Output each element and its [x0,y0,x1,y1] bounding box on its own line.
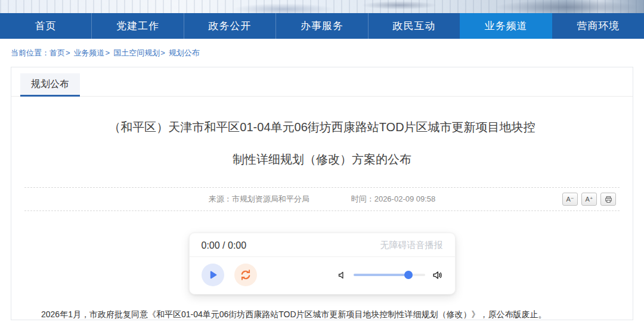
article-meta: 来源：市规划资源局和平分局 时间：2026-02-09 09:58 A⁻ A⁺ [24,187,620,211]
breadcrumb-link[interactable]: 国土空间规划 [113,48,160,57]
time-label: 时间： [351,194,374,203]
article-source: 来源：市规划资源局和平分局 [209,194,309,205]
breadcrumb-separator: > [66,48,70,57]
nav-item-label: 办事服务 [301,19,343,33]
breadcrumb-link[interactable]: 首页 [49,48,65,57]
article-tools: A⁻ A⁺ [562,193,616,206]
article-paragraph: 2026年1月，市政府批复同意《和平区01-04单元06街坊西康路站TOD片区城… [24,308,620,322]
nav-item[interactable]: 党建工作 [91,13,183,39]
article-title-line2: 制性详细规划（修改）方案的公布 [78,143,566,175]
nav-item[interactable]: 业务频道 [460,13,552,39]
page: 首页 党建工作 政务公开 办事服务 政民互动 业务频道 营商环境 [0,0,644,322]
breadcrumb: 当前位置：首页>业务频道>国土空间规划>规划公布 [0,39,644,67]
tab-planning-announcement[interactable]: 规划公布 [20,73,80,97]
volume-slider-fill [354,274,408,276]
breadcrumb-link[interactable]: 规划公布 [169,48,200,57]
player-controls [190,257,455,294]
nav-item[interactable]: 办事服务 [275,13,367,39]
nav-item[interactable]: 营商环境 [552,13,644,39]
nav-item[interactable]: 政务公开 [184,13,275,39]
replay-icon [239,268,252,281]
nav-item-label: 党建工作 [116,19,159,33]
playback-time: 0:00 / 0:00 [202,240,247,251]
nav-item-label: 营商环境 [577,19,620,33]
printer-icon [605,196,612,203]
nav-item[interactable]: 首页 [0,13,91,39]
nav-item-label: 业务频道 [485,19,528,33]
source-label: 来源： [209,194,232,203]
player-header: 0:00 / 0:00 无障碍语音播报 [190,233,455,257]
breadcrumb-separator: > [160,48,165,57]
tab-row: 规划公布 [11,67,633,97]
nav-item-label: 首页 [35,19,57,33]
article-time: 时间：2026-02-09 09:58 [351,194,436,205]
play-button[interactable] [202,264,224,286]
main-nav: 首页 党建工作 政务公开 办事服务 政民互动 业务频道 营商环境 [0,13,644,39]
player-caption: 无障碍语音播报 [380,240,443,251]
breadcrumb-separator: > [106,48,110,57]
nav-item-label: 政务公开 [209,19,252,33]
source-value: 市规划资源局和平分局 [232,194,309,203]
breadcrumb-prefix: 当前位置： [11,48,49,57]
time-value: 2026-02-09 09:58 [374,194,436,203]
volume-controls [337,270,443,281]
replay-button[interactable] [234,264,257,286]
article-meta-text: 来源：市规划资源局和平分局 时间：2026-02-09 09:58 [24,194,620,205]
article-title: （和平区）天津市和平区01-04单元06街坊西康路站TOD片区城市更新项目地块控… [78,111,566,175]
volume-high-icon [432,270,443,281]
nav-item-label: 政民互动 [392,19,435,33]
breadcrumb-link[interactable]: 业务频道 [74,48,105,57]
content-panel: 规划公布 （和平区）天津市和平区01-04单元06街坊西康路站TOD片区城市更新… [11,67,633,320]
audio-player: 0:00 / 0:00 无障碍语音播报 [189,233,456,295]
play-icon [206,268,219,281]
font-increase-button[interactable]: A⁺ [581,193,597,206]
font-decrease-button[interactable]: A⁻ [562,193,578,206]
nav-item[interactable]: 政民互动 [368,13,460,39]
print-button[interactable] [600,193,616,206]
volume-low-icon [337,270,347,280]
article-title-line1: （和平区）天津市和平区01-04单元06街坊西康路站TOD片区城市更新项目地块控 [78,111,566,143]
header-banner-image [0,0,644,13]
volume-slider-thumb[interactable] [404,271,413,279]
volume-slider[interactable] [354,274,425,276]
